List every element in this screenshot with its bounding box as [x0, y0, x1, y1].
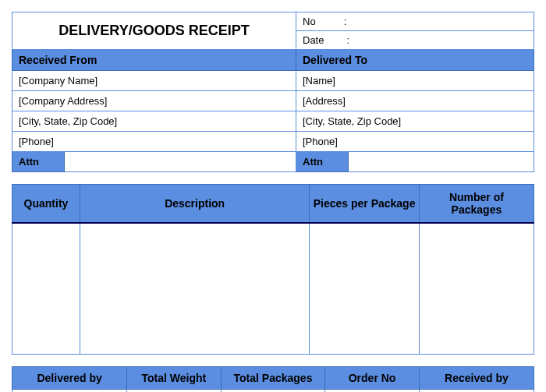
- date-label: Date: [303, 34, 324, 46]
- col-packages: Number of Packages: [419, 185, 534, 224]
- document-title: DELIVERY/GOODS RECEIPT: [12, 12, 296, 50]
- footer-received-by: Received by: [419, 367, 534, 390]
- footer-total-packages-value: [221, 390, 325, 393]
- items-description-cell: [80, 223, 309, 355]
- to-name: [Name]: [296, 71, 534, 91]
- items-pieces-cell: [310, 223, 419, 355]
- to-attn-value: [349, 152, 534, 172]
- footer-order-no: Order No: [325, 367, 419, 390]
- received-from-header: Received From: [12, 50, 296, 71]
- footer-total-weight-value: [127, 390, 221, 393]
- no-separator: :: [344, 16, 347, 27]
- from-phone: [Phone]: [12, 132, 296, 152]
- items-quantity-cell: [12, 223, 80, 355]
- footer-received-by-value: [419, 390, 534, 393]
- to-address: [Address]: [296, 91, 534, 111]
- from-attn-label: Attn: [12, 152, 65, 172]
- to-attn-label: Attn: [296, 152, 349, 172]
- footer-order-no-value: [325, 390, 419, 393]
- from-address: [Company Address]: [12, 91, 296, 111]
- items-table: Quantity Description Pieces per Package …: [12, 184, 534, 355]
- delivered-to-header: Delivered To: [296, 50, 534, 71]
- footer-delivered-by-value: [12, 390, 127, 393]
- to-phone: [Phone]: [296, 132, 534, 152]
- from-company: [Company Name]: [12, 71, 296, 91]
- to-city: [City, State, Zip Code]: [296, 111, 534, 132]
- footer-total-weight: Total Weight: [127, 367, 221, 390]
- from-attn-value: [65, 152, 296, 172]
- footer-table: Delivered by Total Weight Total Packages…: [12, 366, 534, 392]
- items-packages-cell: [419, 223, 534, 355]
- footer-delivered-by: Delivered by: [12, 367, 127, 390]
- footer-total-packages: Total Packages: [221, 367, 325, 390]
- date-field: Date :: [296, 31, 534, 50]
- col-pieces: Pieces per Package: [310, 185, 419, 224]
- from-city: [City, State, Zip Code]: [12, 111, 296, 132]
- col-description: Description: [80, 185, 309, 224]
- header-table: DELIVERY/GOODS RECEIPT No : Date : Recei…: [12, 12, 534, 172]
- date-separator: :: [346, 34, 349, 46]
- receipt-no-field: No :: [296, 12, 534, 31]
- no-label: No: [303, 16, 316, 27]
- col-quantity: Quantity: [12, 185, 80, 224]
